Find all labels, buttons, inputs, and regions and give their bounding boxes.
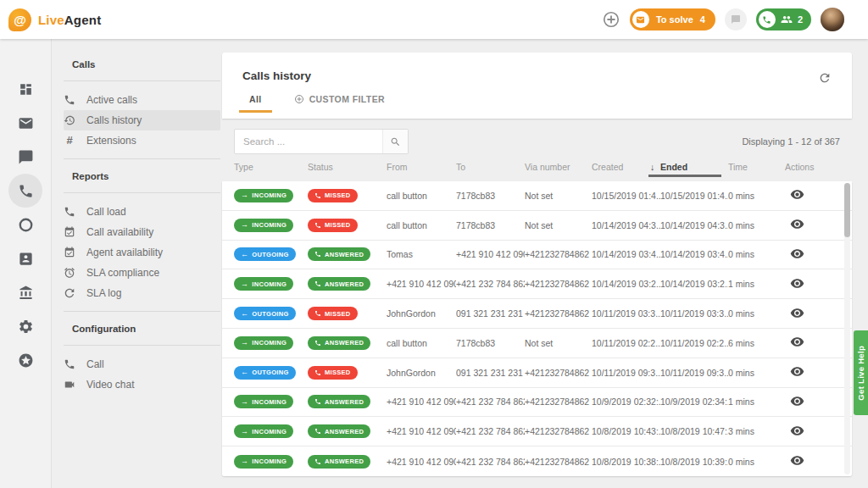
cell-via: Not set	[525, 191, 592, 201]
table-row[interactable]: ←OUTGOINGMISSEDJohnGordon091 321 231 231…	[222, 358, 852, 388]
chats-button[interactable]	[725, 8, 747, 30]
sidebar-section-title: Calls	[72, 56, 212, 73]
refresh-button[interactable]	[818, 71, 832, 85]
sidebar-item-call[interactable]: Call	[64, 354, 220, 374]
call-status-badge: ANSWERED	[308, 277, 370, 291]
phone-icon	[759, 11, 776, 28]
sidebar-item-extensions[interactable]: #Extensions	[64, 130, 220, 151]
agents-online-button[interactable]: 2	[756, 8, 811, 30]
col-header-status[interactable]: Status	[308, 162, 387, 172]
col-header-time[interactable]: Time	[728, 162, 785, 172]
sidebar-item-label: Active calls	[86, 94, 137, 106]
table-row[interactable]: →INCOMINGANSWEREDcall button7178cb83Not …	[222, 329, 852, 358]
cell-to: 7178cb83	[456, 191, 525, 201]
cell-to: 7178cb83	[456, 338, 525, 348]
col-header-type[interactable]: Type	[234, 162, 308, 172]
to-solve-count: 4	[700, 14, 705, 25]
view-call-button[interactable]	[790, 394, 804, 408]
rail-item-configuration[interactable]	[8, 309, 42, 343]
get-live-help-button[interactable]: Get Live Help	[854, 330, 868, 415]
view-call-button[interactable]	[790, 276, 804, 291]
view-call-button[interactable]	[790, 453, 804, 468]
eye-icon	[790, 424, 804, 438]
table-row[interactable]: →INCOMINGANSWERED+421 910 412 090+421 23…	[222, 269, 852, 299]
rail-item-dashboard[interactable]	[8, 72, 42, 106]
col-header-ended[interactable]: ↓Ended	[660, 162, 728, 172]
cell-from: Tomas	[387, 249, 456, 259]
cell-from: JohnGordon	[387, 308, 456, 319]
view-call-button[interactable]	[790, 247, 804, 261]
view-call-button[interactable]	[790, 335, 804, 349]
sidebar-item-call-load[interactable]: Call load	[64, 202, 220, 222]
cell-from: call button	[387, 191, 456, 201]
rail-item-chats[interactable]	[8, 140, 42, 174]
cell-ended: 10/14/2019 03:4...	[660, 249, 728, 259]
cell-created: 10/15/2019 01:4...	[592, 191, 660, 201]
call-type-badge: ←OUTGOING	[234, 247, 296, 261]
chat-bubble-icon	[731, 14, 741, 25]
divider	[64, 345, 220, 346]
phone-icon	[18, 183, 34, 199]
col-header-to[interactable]: To	[456, 162, 525, 172]
call-type-badge: →INCOMING	[234, 219, 293, 232]
user-avatar[interactable]	[821, 8, 844, 31]
table-row[interactable]: →INCOMINGANSWERED+421 910 412 090+421 23…	[222, 388, 852, 418]
sidebar-item-label: Agent availability	[86, 247, 163, 258]
people-icon	[781, 14, 793, 25]
sidebar-item-call-availability[interactable]: Call availability	[64, 222, 220, 242]
search-input[interactable]	[235, 130, 382, 153]
sidebar-item-agent-availability[interactable]: Agent availability	[64, 242, 220, 263]
table-row[interactable]: →INCOMINGANSWERED+421 910 412 090+421 23…	[222, 446, 852, 476]
table-row[interactable]: ←OUTGOINGANSWEREDTomas+421 910 412 090+4…	[222, 241, 852, 270]
cell-time: 0 mins	[728, 249, 785, 259]
cell-created: 10/11/2019 09:3...	[592, 368, 660, 378]
cell-to: +421 910 412 090	[456, 249, 525, 259]
sidebar-item-sla-compliance[interactable]: SLA compliance	[64, 263, 220, 283]
incoming-arrow-icon: →	[241, 458, 248, 465]
rail-item-social[interactable]	[8, 208, 42, 241]
rail-item-customer-portal[interactable]	[8, 275, 42, 309]
sidebar-item-active-calls[interactable]: Active calls	[64, 90, 220, 110]
gear-icon	[18, 319, 34, 335]
to-solve-button[interactable]: To solve 4	[630, 8, 715, 30]
table-row[interactable]: →INCOMINGMISSEDcall button7178cb83Not se…	[222, 211, 852, 241]
col-header-from[interactable]: From	[387, 162, 456, 172]
cell-via: +421232784862	[525, 249, 592, 259]
divider	[64, 192, 220, 193]
rail-item-tickets[interactable]	[8, 106, 42, 140]
sidebar-item-video-chat[interactable]: Video chat	[64, 374, 220, 395]
tab-all[interactable]: All	[239, 94, 272, 113]
view-call-button[interactable]	[790, 217, 804, 231]
table-row[interactable]: →INCOMINGANSWERED+421 910 412 090+421 23…	[222, 417, 852, 446]
table-row[interactable]: →INCOMINGMISSEDcall button7178cb83Not se…	[222, 181, 852, 211]
tab-custom-filter[interactable]: CUSTOM FILTER	[284, 94, 395, 113]
cell-via: Not set	[525, 220, 592, 230]
sidebar-item-sla-log[interactable]: SLA log	[64, 283, 220, 303]
sidebar-item-label: Call load	[86, 206, 126, 218]
cell-via: Not set	[525, 338, 592, 348]
cell-to: 091 321 231 231	[456, 308, 525, 319]
cell-created: 10/11/2019 02:2...	[592, 338, 660, 348]
page-title: Calls history	[222, 53, 852, 82]
view-call-button[interactable]	[790, 364, 804, 379]
search-button[interactable]	[382, 130, 408, 153]
table-row[interactable]: ←OUTGOINGMISSEDJohnGordon091 321 231 231…	[222, 299, 852, 329]
liveagent-logo-text: LiveAgent	[38, 13, 101, 27]
scrollbar-thumb[interactable]	[844, 183, 850, 237]
new-item-button[interactable]	[602, 10, 620, 29]
rail-item-contacts[interactable]	[8, 241, 42, 275]
col-header-via-number[interactable]: Via number	[525, 162, 592, 172]
chat-icon	[18, 149, 34, 165]
rail-item-addons[interactable]	[8, 343, 42, 377]
rail-item-calls[interactable]	[8, 174, 42, 208]
calendar-check-icon	[64, 226, 75, 238]
sidebar-item-calls-history[interactable]: Calls history	[64, 110, 220, 130]
eye-icon	[790, 187, 804, 202]
view-call-button[interactable]	[790, 187, 804, 202]
view-call-button[interactable]	[790, 306, 804, 320]
view-call-button[interactable]	[790, 424, 804, 438]
icon-rail	[0, 39, 51, 488]
sidebar-section-title: Configuration	[72, 320, 212, 337]
col-header-actions[interactable]: Actions	[785, 162, 840, 172]
table-scrollbar[interactable]	[844, 183, 850, 474]
